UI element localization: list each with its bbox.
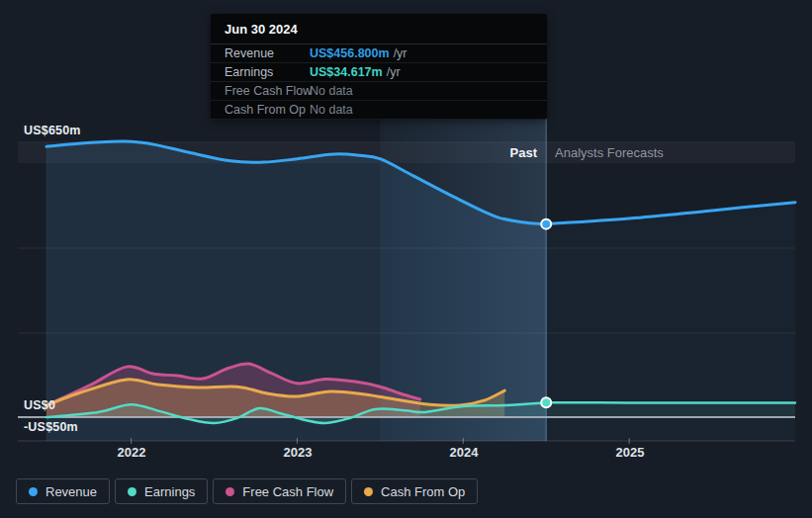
y-axis-label-neg50m: -US$50m <box>24 420 78 434</box>
legend-label: Revenue <box>45 484 97 499</box>
tooltip-row-value: US$34.617m <box>310 65 383 79</box>
legend-label: Earnings <box>144 484 195 499</box>
tooltip-row-cash-from-op: Cash From OpNo data <box>211 101 547 120</box>
legend-free-cash-flow[interactable]: Free Cash Flow <box>213 478 346 504</box>
x-tick-2022: 2022 <box>92 445 171 460</box>
legend-earnings[interactable]: Earnings <box>115 478 208 504</box>
legend-color-dot <box>364 487 373 496</box>
analysts-forecasts-section-label: Analysts Forecasts <box>555 145 664 160</box>
earnings-area-forecast <box>546 402 795 417</box>
tooltip-row-free-cash-flow: Free Cash FlowNo data <box>211 82 547 101</box>
y-axis-label-zero: US$0 <box>24 398 55 412</box>
highlight-band <box>380 118 546 441</box>
tooltip-date: Jun 30 2024 <box>211 14 547 44</box>
tooltip-row-label: Revenue <box>211 46 310 60</box>
tooltip-row-earnings: EarningsUS$34.617m/yr <box>211 63 547 82</box>
tooltip-row-value: No data <box>310 103 353 117</box>
chart-legend: RevenueEarningsFree Cash FlowCash From O… <box>16 478 478 504</box>
tooltip-row-label: Free Cash Flow <box>211 84 310 98</box>
legend-label: Cash From Op <box>381 484 465 499</box>
stock-financials-chart: US$650m US$0 -US$50m Past Analysts Forec… <box>0 0 812 518</box>
legend-cash-from-op[interactable]: Cash From Op <box>351 478 478 504</box>
tooltip-row-unit: /yr <box>387 65 401 79</box>
tooltip-row-value: No data <box>310 84 353 98</box>
y-axis-label-650m: US$650m <box>24 124 81 137</box>
earnings-hover-marker <box>541 397 551 407</box>
chart-tooltip: Jun 30 2024 RevenueUS$456.800m/yrEarning… <box>211 14 547 120</box>
legend-revenue[interactable]: Revenue <box>16 478 110 504</box>
tooltip-row-unit: /yr <box>394 46 407 60</box>
x-tick-2025: 2025 <box>590 445 670 460</box>
legend-color-dot <box>226 487 234 496</box>
legend-label: Free Cash Flow <box>242 484 333 499</box>
past-section-label: Past <box>438 145 537 160</box>
tooltip-row-label: Cash From Op <box>211 103 310 117</box>
x-tick-2024: 2024 <box>424 445 503 460</box>
tooltip-row-revenue: RevenueUS$456.800m/yr <box>211 44 547 63</box>
tooltip-row-label: Earnings <box>211 65 310 79</box>
x-tick-2023: 2023 <box>258 445 337 460</box>
legend-color-dot <box>29 487 38 496</box>
legend-color-dot <box>128 487 136 496</box>
tooltip-row-value: US$456.800m <box>310 46 390 60</box>
revenue-hover-marker <box>541 219 551 229</box>
